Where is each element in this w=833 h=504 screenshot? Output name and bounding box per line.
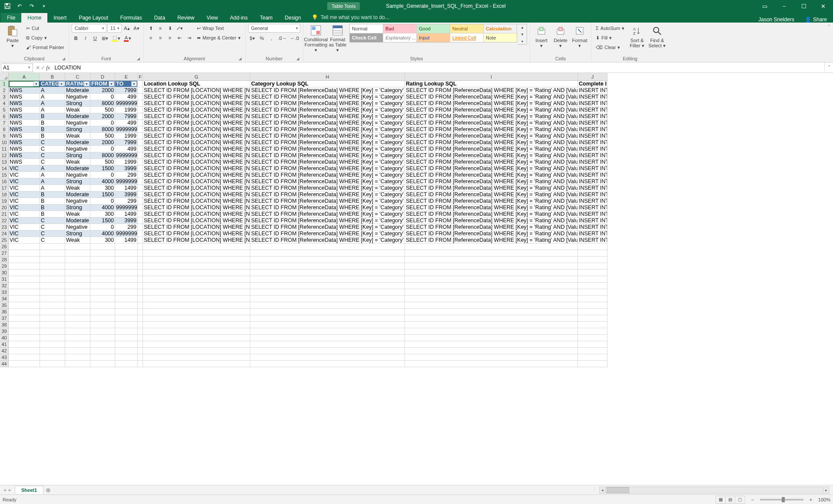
cell[interactable]: [250, 244, 405, 250]
cell[interactable]: SELECT ID FROM [ReferenceData] WHERE [Ke…: [405, 159, 578, 165]
cell[interactable]: [115, 250, 138, 257]
cell[interactable]: [138, 270, 143, 276]
cell[interactable]: NWS: [9, 87, 40, 94]
cell[interactable]: [65, 289, 90, 296]
cell[interactable]: [9, 354, 40, 361]
cell[interactable]: [250, 270, 405, 276]
cell[interactable]: SELECT ID FROM [ReferenceData] WHERE [Ke…: [405, 191, 578, 198]
cell[interactable]: [138, 191, 143, 198]
cell[interactable]: SELECT ID FROM [LOCATION] WHERE [Name] =…: [143, 94, 250, 100]
cell[interactable]: [138, 244, 143, 250]
tab-view[interactable]: View: [201, 13, 224, 23]
cell[interactable]: NWS: [9, 107, 40, 113]
cell[interactable]: [138, 152, 143, 159]
cell[interactable]: [65, 283, 90, 289]
cell[interactable]: 4000: [90, 231, 115, 237]
row-header[interactable]: 16: [0, 178, 9, 185]
cell[interactable]: Moderate: [65, 139, 90, 146]
cell[interactable]: [578, 289, 607, 296]
align-top-button[interactable]: ⬆: [146, 24, 155, 33]
row-header[interactable]: 40: [0, 335, 9, 341]
cell[interactable]: 499: [115, 120, 138, 126]
scroll-right-button[interactable]: ▸: [823, 487, 829, 493]
column-header-E[interactable]: E: [115, 73, 138, 81]
cell[interactable]: [578, 244, 607, 250]
styles-scroll-up[interactable]: ▲: [518, 24, 527, 30]
clear-button[interactable]: ⌫Clear ▾: [594, 43, 626, 52]
cell[interactable]: 4000: [90, 204, 115, 211]
cell[interactable]: [90, 309, 115, 315]
cell[interactable]: 7999: [115, 113, 138, 120]
cell[interactable]: B: [40, 133, 65, 139]
row-header[interactable]: 21: [0, 211, 9, 217]
cell[interactable]: INSERT INT: [578, 165, 607, 172]
table-header-rating[interactable]: RATING▼: [65, 81, 90, 87]
formula-input[interactable]: LOCATION: [52, 65, 824, 71]
cell[interactable]: [90, 354, 115, 361]
number-dialog-launcher[interactable]: ◢: [296, 56, 299, 61]
cell[interactable]: INSERT INT: [578, 107, 607, 113]
cell[interactable]: [138, 133, 143, 139]
cell[interactable]: [405, 361, 578, 367]
find-select-button[interactable]: Find & Select ▾: [648, 24, 666, 53]
cell[interactable]: [405, 283, 578, 289]
cell[interactable]: [143, 315, 250, 322]
cell[interactable]: SELECT ID FROM [ReferenceData] WHERE [Ke…: [250, 120, 405, 126]
cell[interactable]: [65, 315, 90, 322]
cell[interactable]: 1999: [115, 159, 138, 165]
cell[interactable]: [405, 348, 578, 354]
cell[interactable]: A: [40, 172, 65, 178]
cell[interactable]: [9, 361, 40, 367]
row-header[interactable]: 22: [0, 217, 9, 224]
cell[interactable]: [578, 283, 607, 289]
cell[interactable]: [578, 348, 607, 354]
cell[interactable]: SELECT ID FROM [LOCATION] WHERE [Name] =…: [143, 126, 250, 133]
cell[interactable]: INSERT INT: [578, 198, 607, 204]
accounting-format-button[interactable]: $▾: [248, 34, 257, 43]
cell[interactable]: 299: [115, 172, 138, 178]
percent-format-button[interactable]: %: [258, 34, 266, 43]
cell[interactable]: SELECT ID FROM [ReferenceData] WHERE [Ke…: [250, 94, 405, 100]
enter-formula-button[interactable]: ✓: [41, 65, 45, 71]
cell[interactable]: SELECT ID FROM [ReferenceData] WHERE [Ke…: [250, 126, 405, 133]
cell[interactable]: [138, 224, 143, 231]
cell[interactable]: SELECT ID FROM [ReferenceData] WHERE [Ke…: [405, 224, 578, 231]
tell-me-search[interactable]: 💡Tell me what you want to do...: [307, 12, 394, 23]
cell[interactable]: [90, 341, 115, 348]
cell[interactable]: INSERT INT: [578, 100, 607, 107]
cell[interactable]: [40, 257, 65, 263]
save-button[interactable]: [3, 1, 12, 11]
row-header[interactable]: 34: [0, 296, 9, 302]
cell[interactable]: [250, 328, 405, 335]
cell[interactable]: 499: [115, 94, 138, 100]
cell[interactable]: Negative: [65, 198, 90, 204]
cell[interactable]: SELECT ID FROM [ReferenceData] WHERE [Ke…: [250, 159, 405, 165]
cell[interactable]: B: [40, 198, 65, 204]
cell[interactable]: [115, 276, 138, 283]
cell[interactable]: INSERT INT: [578, 217, 607, 224]
cell[interactable]: [138, 204, 143, 211]
cell[interactable]: [138, 172, 143, 178]
insert-function-button[interactable]: fx: [46, 64, 50, 71]
format-painter-button[interactable]: 🖌Format Painter: [24, 43, 66, 52]
cell[interactable]: SELECT ID FROM [LOCATION] WHERE [Name] =…: [143, 178, 250, 185]
cell[interactable]: [40, 335, 65, 341]
row-header[interactable]: 2: [0, 87, 9, 94]
cell[interactable]: 2000: [90, 113, 115, 120]
table-header-category[interactable]: CATEGORY▼: [40, 81, 65, 87]
cell[interactable]: [90, 263, 115, 270]
align-right-button[interactable]: ≡: [166, 33, 174, 42]
row-header[interactable]: 7: [0, 120, 9, 126]
cell[interactable]: NWS: [9, 100, 40, 107]
cell[interactable]: [90, 250, 115, 257]
cell[interactable]: [405, 315, 578, 322]
align-bottom-button[interactable]: ⬇: [166, 24, 174, 33]
column-header-D[interactable]: D: [90, 73, 115, 81]
cell[interactable]: [143, 257, 250, 263]
zoom-out-button[interactable]: −: [750, 497, 756, 502]
tab-file[interactable]: File: [1, 13, 21, 23]
column-header-F[interactable]: F: [138, 73, 143, 81]
cell[interactable]: INSERT INT: [578, 133, 607, 139]
alignment-dialog-launcher[interactable]: ◢: [239, 56, 242, 61]
cell[interactable]: [90, 315, 115, 322]
